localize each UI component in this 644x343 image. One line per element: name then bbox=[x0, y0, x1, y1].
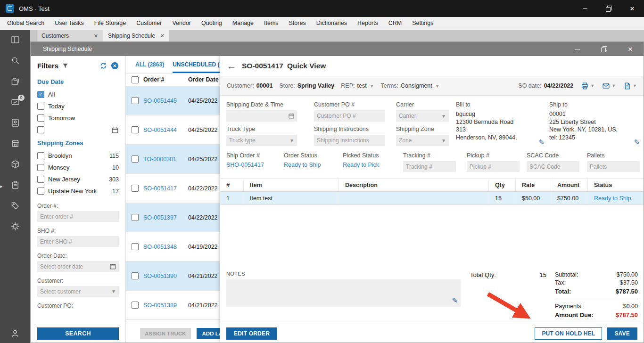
order-row[interactable]: SO-0051397 04/22/2022 bbox=[126, 203, 220, 232]
calendar-icon[interactable] bbox=[111, 126, 119, 134]
close-button[interactable] bbox=[620, 0, 644, 17]
menu-vendor[interactable]: Vendor bbox=[167, 17, 196, 30]
refresh-icon[interactable] bbox=[99, 62, 107, 70]
order-row[interactable]: SO-0051445 04/25/2022 bbox=[126, 86, 220, 115]
menu-customer[interactable]: Customer bbox=[131, 17, 167, 30]
zone-new-jersey-checkbox[interactable]: New Jersey 303 bbox=[37, 173, 119, 185]
row-checkbox[interactable] bbox=[132, 243, 139, 250]
calendar-icon[interactable] bbox=[288, 113, 295, 121]
inner-close-button[interactable] bbox=[617, 42, 644, 56]
due-date-custom-checkbox[interactable] bbox=[37, 124, 119, 136]
due-date-today-checkbox[interactable]: Today bbox=[37, 100, 119, 112]
tab-customers[interactable]: Customers ✕ bbox=[37, 30, 103, 41]
folders-icon[interactable] bbox=[10, 76, 20, 86]
item-row[interactable]: 1 Item test 15 $50.00 $750.00 Ready to S… bbox=[220, 192, 644, 205]
carrier-select[interactable]: Carrier ▼ bbox=[396, 110, 449, 122]
row-checkbox[interactable] bbox=[132, 126, 139, 133]
ship-order-link[interactable]: SHO-0051417 bbox=[226, 162, 264, 168]
edit-notes-icon[interactable]: ✎ bbox=[452, 296, 458, 305]
settings-gear-icon[interactable] bbox=[10, 221, 20, 231]
order-link[interactable]: SO-0051417 bbox=[143, 185, 188, 192]
order-link[interactable]: SO-0051348 bbox=[143, 244, 188, 250]
order-number-input[interactable] bbox=[37, 211, 119, 222]
menu-manage[interactable]: Manage bbox=[227, 17, 259, 30]
shipping-datetime-input[interactable] bbox=[226, 110, 297, 122]
pallets-input[interactable] bbox=[587, 161, 640, 172]
row-checkbox[interactable] bbox=[132, 214, 139, 221]
dashboard-icon[interactable] bbox=[10, 35, 20, 45]
row-checkbox[interactable] bbox=[132, 155, 139, 163]
print-dropdown[interactable]: ▼ bbox=[581, 82, 594, 90]
edit-bill-to-icon[interactable]: ✎ bbox=[538, 138, 545, 147]
shipping-instructions-input[interactable] bbox=[314, 135, 385, 146]
rep-select[interactable]: test ▼ bbox=[357, 82, 374, 89]
search-icon[interactable] bbox=[10, 56, 20, 65]
zone-brooklyn-checkbox[interactable]: Brooklyn 115 bbox=[37, 150, 119, 162]
order-row[interactable]: SO-0051390 04/21/2022 bbox=[126, 261, 220, 291]
clear-filters-icon[interactable] bbox=[111, 62, 119, 70]
notes-textarea[interactable] bbox=[226, 279, 461, 307]
order-link[interactable]: SO-0051445 bbox=[143, 98, 188, 104]
menu-settings[interactable]: Settings bbox=[407, 17, 438, 30]
due-date-tomorrow-checkbox[interactable]: Tomorrow bbox=[37, 112, 119, 124]
tab-all-orders[interactable]: ALL (2863) bbox=[135, 61, 164, 73]
save-button[interactable]: SAVE bbox=[607, 327, 637, 340]
scac-code-input[interactable] bbox=[527, 161, 579, 172]
inner-maximize-button[interactable] bbox=[591, 42, 617, 56]
sho-number-input[interactable] bbox=[37, 236, 119, 247]
user-icon[interactable] bbox=[10, 328, 20, 338]
row-checkbox[interactable] bbox=[132, 302, 139, 309]
edit-order-button[interactable]: EDIT ORDER bbox=[226, 327, 277, 340]
select-all-checkbox[interactable] bbox=[132, 76, 139, 83]
order-date-input[interactable] bbox=[37, 261, 119, 272]
tab-shipping-schedule-close-icon[interactable]: ✕ bbox=[160, 33, 165, 39]
package-icon[interactable] bbox=[10, 159, 20, 169]
tab-customers-close-icon[interactable]: ✕ bbox=[94, 33, 98, 39]
order-row[interactable]: TO-0000301 04/25/2022 bbox=[126, 145, 220, 174]
row-checkbox[interactable] bbox=[132, 97, 139, 104]
menu-global-search[interactable]: Global Search bbox=[2, 17, 50, 30]
terms-select[interactable]: Consigment ▼ bbox=[401, 82, 440, 89]
pickup-input[interactable] bbox=[467, 161, 520, 172]
sidebar-flyout-handle[interactable]: ▸ bbox=[0, 180, 6, 192]
menu-items[interactable]: Items bbox=[259, 17, 284, 30]
order-link[interactable]: SO-0051390 bbox=[143, 273, 188, 279]
email-dropdown[interactable]: ▼ bbox=[602, 82, 616, 90]
clipboard-icon[interactable] bbox=[10, 180, 20, 190]
assign-truck-button[interactable]: ASSIGN TRUCK bbox=[140, 328, 191, 339]
tab-shipping-schedule[interactable]: Shipping Schedule ✕ bbox=[103, 30, 169, 41]
menu-user-tasks[interactable]: User Tasks bbox=[50, 17, 89, 30]
row-checkbox[interactable] bbox=[132, 185, 139, 192]
shipping-zone-select[interactable]: Zone ▼ bbox=[396, 135, 449, 146]
inner-minimize-button[interactable] bbox=[564, 42, 591, 56]
document-dropdown[interactable]: ▼ bbox=[623, 82, 637, 90]
tag-icon[interactable] bbox=[10, 201, 20, 211]
row-checkbox[interactable] bbox=[132, 272, 139, 279]
customer-select[interactable]: Select customer ▼ bbox=[37, 286, 119, 297]
edit-ship-to-icon[interactable]: ✎ bbox=[634, 138, 640, 147]
order-row[interactable]: SO-0051444 04/25/2022 bbox=[126, 115, 220, 145]
tasks-icon[interactable]: 0 bbox=[10, 97, 20, 107]
back-arrow-icon[interactable]: ← bbox=[227, 61, 236, 71]
order-link[interactable]: SO-0051444 bbox=[143, 127, 188, 133]
order-row[interactable]: SO-0051389 04/21/2022 bbox=[126, 291, 220, 320]
minimize-button[interactable] bbox=[573, 0, 597, 17]
order-link[interactable]: SO-0051389 bbox=[143, 302, 188, 309]
zone-upstate-ny-checkbox[interactable]: Upstate New York 17 bbox=[37, 185, 119, 197]
zone-monsey-checkbox[interactable]: Monsey 10 bbox=[37, 162, 119, 173]
menu-dictionaries[interactable]: Dictionaries bbox=[311, 17, 352, 30]
add-lane-button[interactable]: ADD LANE bbox=[197, 328, 220, 339]
contacts-icon[interactable] bbox=[10, 118, 20, 128]
order-row[interactable]: SO-0051348 04/19/2022 bbox=[126, 232, 220, 261]
tracking-input[interactable] bbox=[403, 161, 456, 172]
menu-crm[interactable]: CRM bbox=[383, 17, 407, 30]
menu-quoting[interactable]: Quoting bbox=[196, 17, 227, 30]
calendar-icon[interactable] bbox=[109, 263, 116, 271]
due-date-all-checkbox[interactable]: All bbox=[37, 89, 119, 100]
maximize-button[interactable] bbox=[597, 0, 620, 17]
truck-type-select[interactable]: Truck type ▼ bbox=[226, 135, 297, 146]
tab-unscheduled-orders[interactable]: UNSCHEDULED (16 bbox=[173, 61, 220, 73]
put-on-hold-button[interactable]: PUT ON HOLD HEL bbox=[535, 327, 602, 340]
menu-file-storage[interactable]: File Storage bbox=[89, 17, 131, 30]
order-link[interactable]: TO-0000301 bbox=[143, 156, 188, 163]
